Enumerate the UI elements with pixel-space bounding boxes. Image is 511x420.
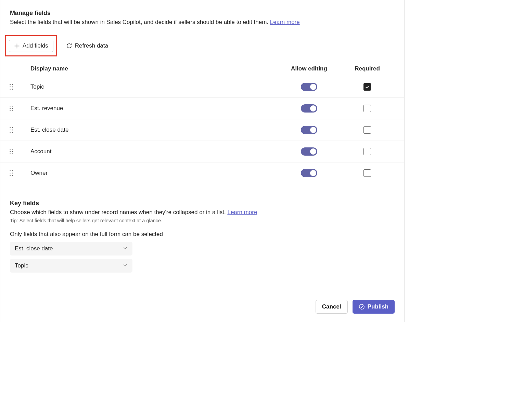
svg-point-0 [10, 84, 11, 85]
svg-point-10 [10, 110, 11, 111]
svg-point-15 [12, 130, 13, 131]
refresh-data-label: Refresh data [75, 42, 108, 49]
drag-handle-icon[interactable] [4, 148, 19, 155]
allow-editing-toggle[interactable] [301, 104, 317, 113]
required-checkbox[interactable] [363, 126, 371, 134]
svg-point-25 [12, 170, 13, 171]
key-field-select[interactable]: Est. close date [10, 242, 132, 255]
svg-point-23 [12, 153, 13, 154]
manage-learn-more-link[interactable]: Learn more [270, 19, 300, 25]
manage-fields-title: Manage fields [10, 10, 395, 17]
required-checkbox[interactable] [363, 169, 371, 177]
svg-point-1 [12, 84, 13, 85]
key-fields-description: Choose which fields to show under record… [10, 209, 395, 216]
refresh-data-button[interactable]: Refresh data [65, 40, 110, 52]
allow-editing-toggle[interactable] [301, 83, 317, 91]
table-row: Est. revenue [0, 98, 404, 119]
svg-point-2 [10, 87, 11, 88]
chevron-down-icon [123, 245, 128, 252]
svg-point-17 [12, 132, 13, 133]
table-row: Account [0, 141, 404, 162]
add-fields-highlight: Add fields [5, 35, 57, 56]
svg-point-27 [12, 173, 13, 174]
svg-point-9 [12, 108, 13, 109]
table-header: Display name Allow editing Required [0, 61, 404, 76]
svg-point-16 [10, 132, 11, 133]
field-name: Est. close date [19, 127, 278, 133]
allow-editing-toggle[interactable] [301, 147, 317, 156]
svg-point-6 [10, 106, 11, 107]
col-required: Required [340, 65, 395, 72]
svg-point-30 [359, 304, 364, 309]
field-name: Owner [19, 170, 278, 176]
allow-editing-toggle[interactable] [301, 169, 317, 177]
svg-point-4 [10, 89, 11, 90]
check-circle-icon [359, 304, 365, 310]
key-field-select[interactable]: Topic [10, 259, 132, 273]
key-fields-learn-more-link[interactable]: Learn more [227, 209, 257, 215]
refresh-icon [66, 43, 72, 49]
svg-point-11 [12, 110, 13, 111]
field-name: Est. revenue [19, 105, 278, 112]
svg-point-26 [10, 173, 11, 174]
svg-point-28 [10, 175, 11, 176]
table-row: Est. close date [0, 119, 404, 141]
svg-point-8 [10, 108, 11, 109]
svg-point-7 [12, 106, 13, 107]
allow-editing-toggle[interactable] [301, 126, 317, 134]
cancel-button[interactable]: Cancel [316, 300, 348, 314]
publish-button[interactable]: Publish [353, 300, 395, 314]
required-checkbox[interactable] [363, 148, 371, 155]
svg-point-20 [10, 151, 11, 152]
key-field-value: Est. close date [15, 245, 53, 252]
required-checkbox[interactable] [363, 83, 371, 91]
plus-icon [14, 43, 20, 49]
key-fields-note: Only fields that also appear on the full… [10, 231, 395, 238]
key-fields-tip: Tip: Select fields that will help seller… [10, 218, 395, 223]
add-fields-label: Add fields [23, 42, 48, 49]
fields-table: Display name Allow editing Required Topi… [0, 61, 404, 184]
key-fields-description-text: Choose which fields to show under record… [10, 209, 226, 215]
field-name: Topic [19, 83, 278, 90]
svg-point-3 [12, 87, 13, 88]
svg-point-18 [10, 149, 11, 150]
key-field-value: Topic [15, 262, 28, 269]
drag-handle-icon[interactable] [4, 170, 19, 176]
publish-label: Publish [368, 303, 388, 310]
svg-point-22 [10, 153, 11, 154]
drag-handle-icon[interactable] [4, 84, 19, 90]
svg-point-19 [12, 149, 13, 150]
manage-fields-description-text: Select the fields that will be shown in … [10, 19, 268, 25]
svg-point-29 [12, 175, 13, 176]
col-display-name: Display name [19, 65, 278, 72]
svg-point-12 [10, 127, 11, 128]
col-allow-editing: Allow editing [278, 65, 340, 72]
key-fields-title: Key fields [10, 200, 395, 207]
svg-point-13 [12, 127, 13, 128]
svg-point-14 [10, 130, 11, 131]
add-fields-button[interactable]: Add fields [9, 40, 53, 52]
required-checkbox[interactable] [363, 105, 371, 112]
table-row: Owner [0, 162, 404, 184]
chevron-down-icon [123, 262, 128, 269]
svg-point-21 [12, 151, 13, 152]
field-name: Account [19, 148, 278, 155]
svg-point-24 [10, 170, 11, 171]
drag-handle-icon[interactable] [4, 127, 19, 133]
table-row: Topic [0, 76, 404, 98]
manage-fields-description: Select the fields that will be shown in … [10, 19, 395, 26]
svg-point-5 [12, 89, 13, 90]
drag-handle-icon[interactable] [4, 105, 19, 111]
